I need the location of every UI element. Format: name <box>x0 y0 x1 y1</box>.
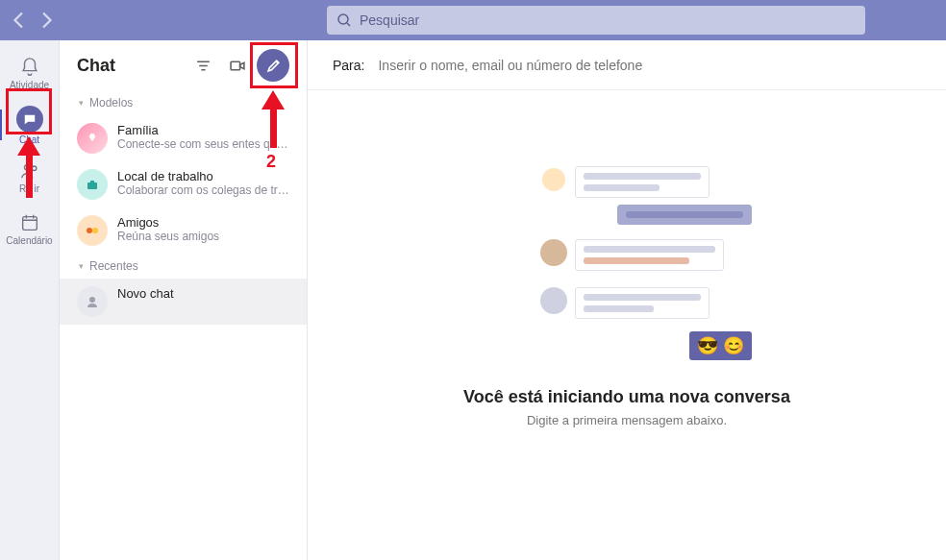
family-icon <box>77 123 108 154</box>
svg-rect-4 <box>231 61 240 70</box>
chat-icon <box>16 106 43 133</box>
empty-state-subheading: Digite a primeira mensagem abaixo. <box>527 413 727 427</box>
section-models[interactable]: Modelos <box>60 90 307 115</box>
friends-icon <box>77 215 108 246</box>
svg-rect-3 <box>22 216 37 230</box>
search-placeholder: Pesquisar <box>360 12 419 28</box>
app-rail: Atividade Chat Re ir Calendário <box>0 40 60 560</box>
chat-content: Para: <box>308 40 946 560</box>
chat-list-panel: Chat Modelos Família Conecte-se c <box>60 40 308 560</box>
search-input[interactable]: Pesquisar <box>327 6 865 35</box>
work-icon <box>77 169 108 200</box>
search-icon <box>336 12 352 28</box>
people-icon <box>19 160 40 182</box>
panel-title: Chat <box>77 56 184 76</box>
compose-icon <box>265 58 282 74</box>
title-bar: Pesquisar <box>0 0 946 40</box>
svg-point-6 <box>87 228 92 233</box>
filter-button[interactable] <box>187 50 218 81</box>
to-label: Para: <box>333 58 364 73</box>
svg-rect-5 <box>87 183 97 189</box>
rail-chat[interactable]: Chat <box>3 100 57 150</box>
person-icon <box>77 286 108 317</box>
rail-activity[interactable]: Atividade <box>3 48 57 98</box>
svg-point-8 <box>89 297 95 303</box>
recent-new-chat[interactable]: Novo chat <box>60 279 307 325</box>
svg-point-0 <box>338 14 348 24</box>
svg-point-7 <box>92 228 98 233</box>
rail-calendar[interactable]: Calendário <box>3 204 57 254</box>
template-friends[interactable]: Amigos Reúna seus amigos <box>60 207 307 254</box>
video-call-button[interactable] <box>222 50 253 81</box>
annotation-step-2: 2 <box>266 152 276 172</box>
empty-state-heading: Você está iniciando uma nova conversa <box>463 387 790 407</box>
svg-point-1 <box>24 164 30 170</box>
recipient-input[interactable] <box>378 58 921 73</box>
video-icon <box>230 58 246 74</box>
filter-icon <box>195 58 212 74</box>
bell-icon <box>19 57 40 78</box>
section-recent[interactable]: Recentes <box>60 254 307 279</box>
calendar-icon <box>19 212 40 233</box>
svg-point-2 <box>32 165 37 170</box>
back-button[interactable] <box>8 9 31 32</box>
empty-state-illustration: 😎 😊 <box>502 166 752 368</box>
rail-teams[interactable]: Re ir <box>3 152 57 202</box>
new-chat-button[interactable] <box>257 49 289 82</box>
forward-button[interactable] <box>35 9 58 32</box>
